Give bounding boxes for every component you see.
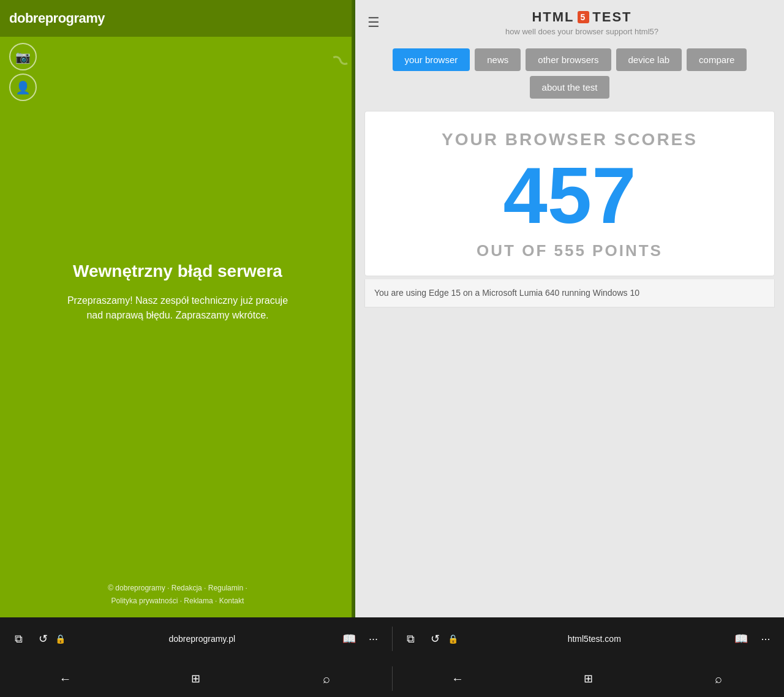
right-panel: ☰ HTML 5 TEST how well does your browser… (355, 0, 784, 617)
reading-icon-left[interactable]: 📖 (337, 627, 361, 651)
taskbar-right: ⧉ ↺ 🔒 html5test.com 📖 ··· (393, 627, 785, 651)
left-icons: 📷 👤 (9, 43, 37, 101)
nav-buttons: your browser news other browsers device … (355, 42, 784, 108)
logo-suffix: programy (45, 10, 105, 26)
left-panel: dobreprogramy 📷 👤 〜 Wewnętrzny błąd serw… (0, 0, 355, 617)
error-description: Przepraszamy! Nasz zespół techniczny już… (67, 293, 288, 323)
tab-icon-right[interactable]: ⧉ (399, 627, 423, 651)
browser-info: You are using Edge 15 on a Microsoft Lum… (364, 279, 775, 307)
url-left[interactable]: dobreprogramy.pl (67, 634, 337, 644)
windows-nav: ← ⊞ ⌕ ← ⊞ ⌕ (0, 660, 784, 697)
user-icon: 👤 (9, 73, 37, 101)
refresh-icon-right[interactable]: ↺ (423, 627, 448, 651)
refresh-icon-left[interactable]: ↺ (31, 627, 55, 651)
nav-btn-your-browser[interactable]: your browser (393, 48, 470, 71)
html5-title-suffix: TEST (592, 9, 631, 25)
nav-btn-compare[interactable]: compare (687, 48, 747, 71)
url-area-left: 🔒 dobreprogramy.pl (55, 634, 337, 644)
footer-links: Polityka prywatności · Reklama · Kontakt (111, 597, 244, 605)
nav-btn-news[interactable]: news (475, 48, 521, 71)
html5-subtitle: how well does your browser support html5… (505, 27, 658, 36)
left-accent-bar (352, 0, 355, 617)
right-header: ☰ HTML 5 TEST how well does your browser… (355, 0, 784, 42)
hamburger-icon[interactable]: ☰ (368, 15, 380, 31)
taskbar-left: ⧉ ↺ 🔒 dobreprogramy.pl 📖 ··· (0, 627, 392, 651)
score-number: 457 (377, 156, 762, 235)
footer-copyright: © dobreprogramy · Redakcja · Regulamin · (108, 584, 247, 592)
score-out-of: OUT OF 555 POINTS (377, 241, 762, 260)
win-nav-left: ← ⊞ ⌕ (0, 663, 392, 694)
url-right[interactable]: html5test.com (460, 634, 729, 644)
windows-button-right[interactable]: ⊞ (573, 663, 603, 694)
html5-badge: 5 (578, 11, 590, 23)
lock-icon-right: 🔒 (448, 634, 458, 644)
windows-button-left[interactable]: ⊞ (181, 663, 211, 694)
html5-logo-area: HTML 5 TEST how well does your browser s… (392, 9, 772, 36)
left-body: Wewnętrzny błąd serwera Przepraszamy! Na… (0, 37, 355, 573)
taskbar: ⧉ ↺ 🔒 dobreprogramy.pl 📖 ··· ⧉ ↺ 🔒 html5… (0, 617, 784, 660)
nav-btn-device-lab[interactable]: device lab (616, 48, 682, 71)
nav-btn-other-browsers[interactable]: other browsers (526, 48, 611, 71)
search-button-right[interactable]: ⌕ (703, 663, 734, 694)
url-area-right: 🔒 html5test.com (448, 634, 729, 644)
logo-prefix: dobre (9, 10, 45, 26)
more-icon-left[interactable]: ··· (361, 627, 386, 651)
tab-icon-left[interactable]: ⧉ (6, 627, 31, 651)
html5-title: HTML 5 TEST (532, 9, 631, 25)
back-button-right[interactable]: ← (442, 663, 473, 694)
more-icon-right[interactable]: ··· (753, 627, 778, 651)
score-title: YOUR BROWSER SCORES (377, 130, 762, 149)
reading-icon-right[interactable]: 📖 (729, 627, 753, 651)
html5-title-prefix: HTML (532, 9, 574, 25)
search-button-left[interactable]: ⌕ (311, 663, 342, 694)
logo: dobreprogramy (9, 10, 105, 26)
camera-icon: 📷 (9, 43, 37, 70)
win-nav-right: ← ⊞ ⌕ (393, 663, 785, 694)
score-card: YOUR BROWSER SCORES 457 OUT OF 555 POINT… (364, 111, 775, 276)
error-title: Wewnętrzny błąd serwera (73, 262, 282, 281)
left-header: dobreprogramy (0, 0, 355, 37)
left-footer: © dobreprogramy · Redakcja · Regulamin ·… (0, 573, 355, 617)
lock-icon-left: 🔒 (55, 634, 66, 644)
back-button-left[interactable]: ← (50, 663, 81, 694)
nav-btn-about-test[interactable]: about the test (530, 76, 610, 99)
